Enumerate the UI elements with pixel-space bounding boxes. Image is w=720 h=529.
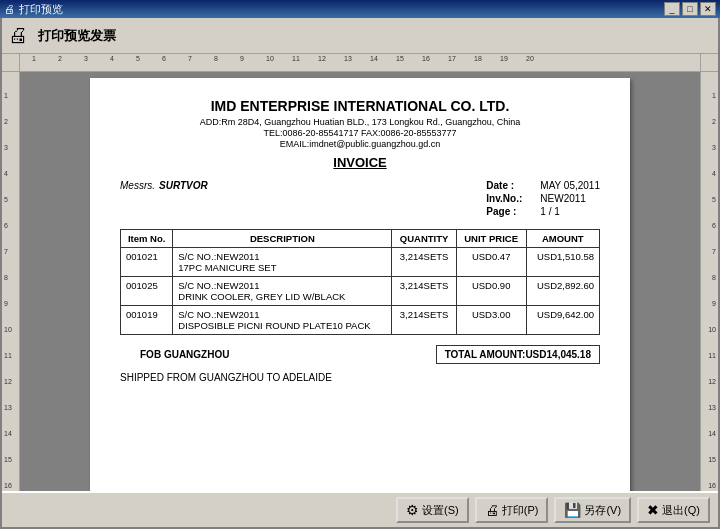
- ruler-mark: 20: [526, 55, 534, 62]
- ruler-tick: 4: [712, 170, 716, 177]
- ruler-tick: 4: [4, 170, 8, 177]
- 打印p-button[interactable]: 🖨打印(P): [475, 497, 549, 523]
- title-bar-text: 打印预览: [19, 2, 63, 17]
- col-desc: DESCRIPTION: [173, 230, 392, 248]
- ruler-mark: 9: [240, 55, 244, 62]
- content-area: 12345678910111213141516 IMD ENTERPRISE I…: [2, 72, 718, 491]
- ruler-mark: 6: [162, 55, 166, 62]
- title-bar: 🖨 打印预览 _ □ ✕: [0, 0, 720, 18]
- ruler-tick: 5: [4, 196, 8, 203]
- printer-icon: 🖨: [8, 24, 28, 47]
- ruler-tick: 7: [712, 248, 716, 255]
- inv-row: Inv.No.: NEW2011: [486, 193, 600, 204]
- ruler-mark: 13: [344, 55, 352, 62]
- col-amount: AMOUNT: [526, 230, 599, 248]
- cell-unit: USD0.47: [456, 248, 526, 277]
- company-address3: EMAIL:imdnet@public.guangzhou.gd.cn: [120, 139, 600, 149]
- ruler-mark: 4: [110, 55, 114, 62]
- messrs-value: SURTVOR: [159, 180, 208, 191]
- ruler-tick: 8: [712, 274, 716, 281]
- btn-icon: 🖨: [485, 502, 499, 518]
- title-bar-buttons: _ □ ✕: [664, 2, 716, 16]
- ruler-tick: 7: [4, 248, 8, 255]
- invoice-title: INVOICE: [120, 155, 600, 170]
- ruler-tick: 5: [712, 196, 716, 203]
- 退出q-button[interactable]: ✖退出(Q): [637, 497, 710, 523]
- ruler-tick: 16: [4, 482, 12, 489]
- ruler-tick: 8: [4, 274, 8, 281]
- page-row: Page : 1 / 1: [486, 206, 600, 217]
- date-value: MAY 05,2011: [540, 180, 600, 191]
- ruler-tick: 14: [4, 430, 12, 437]
- btn-label: 退出(Q): [662, 503, 700, 518]
- fob-label: FOB GUANGZHOU: [140, 349, 229, 360]
- company-address1: ADD:Rm 28D4, Guangzhou Huatian BLD., 173…: [120, 117, 600, 127]
- ruler-mark: 19: [500, 55, 508, 62]
- ruler-tick: 1: [712, 92, 716, 99]
- btn-icon: ✖: [647, 502, 659, 518]
- cell-item: 001025: [121, 277, 173, 306]
- left-ruler: 12345678910111213141516: [2, 72, 20, 491]
- invoice-meta: Messrs. SURTVOR Date : MAY 05,2011 Inv.N…: [120, 180, 600, 219]
- inv-value: NEW2011: [540, 193, 586, 204]
- ruler-mark: 17: [448, 55, 456, 62]
- cell-amount: USD2,892.60: [526, 277, 599, 306]
- 另存v-button[interactable]: 💾另存(V): [554, 497, 631, 523]
- ruler-tick: 13: [4, 404, 12, 411]
- ruler-mark: 18: [474, 55, 482, 62]
- company-name: IMD ENTERPRISE INTERNATIONAL CO. LTD.: [120, 98, 600, 114]
- ruler-corner-right: [700, 54, 718, 72]
- bottom-bar: ⚙设置(S)🖨打印(P)💾另存(V)✖退出(Q): [2, 491, 718, 527]
- main-content: 1234567891011121314151617181920 12345678…: [2, 54, 718, 491]
- cell-unit: USD3.00: [456, 306, 526, 335]
- ruler-mark: 5: [136, 55, 140, 62]
- ruler-tick: 14: [708, 430, 716, 437]
- ruler-tick: 15: [708, 456, 716, 463]
- ruler-mark: 8: [214, 55, 218, 62]
- cell-desc: S/C NO.:NEW2011 DISPOSIBLE PICNI ROUND P…: [173, 306, 392, 335]
- ruler-tick: 9: [712, 300, 716, 307]
- btn-icon: ⚙: [406, 502, 419, 518]
- ruler-tick: 16: [708, 482, 716, 489]
- close-button[interactable]: ✕: [700, 2, 716, 16]
- cell-unit: USD0.90: [456, 277, 526, 306]
- fob-row: FOB GUANGZHOU TOTAL AMOUNT:USD14,045.18: [120, 345, 600, 364]
- ruler-mark: 15: [396, 55, 404, 62]
- toolbar-title: 打印预览发票: [38, 27, 116, 45]
- ruler-tick: 6: [4, 222, 8, 229]
- maximize-button[interactable]: □: [682, 2, 698, 16]
- right-ruler: 12345678910111213141516: [700, 72, 718, 491]
- ruler-mark: 7: [188, 55, 192, 62]
- date-row: Date : MAY 05,2011: [486, 180, 600, 191]
- shipped-note: SHIPPED FROM GUANGZHOU TO ADELAIDE: [120, 372, 600, 383]
- ruler-mark: 16: [422, 55, 430, 62]
- page-scroll[interactable]: IMD ENTERPRISE INTERNATIONAL CO. LTD. AD…: [20, 72, 700, 491]
- 设置s-button[interactable]: ⚙设置(S): [396, 497, 469, 523]
- col-unit: UNIT PRICE: [456, 230, 526, 248]
- ruler-tick: 12: [708, 378, 716, 385]
- table-row: 001025 S/C NO.:NEW2011 DRINK COOLER, GRE…: [121, 277, 600, 306]
- ruler-mark: 3: [84, 55, 88, 62]
- btn-label: 另存(V): [584, 503, 621, 518]
- date-label: Date :: [486, 180, 536, 191]
- top-ruler-row: 1234567891011121314151617181920: [2, 54, 718, 72]
- toolbar: 🖨 打印预览发票: [2, 18, 718, 54]
- cell-amount: USD9,642.00: [526, 306, 599, 335]
- minimize-button[interactable]: _: [664, 2, 680, 16]
- page-value: 1 / 1: [540, 206, 559, 217]
- ruler-corner: [2, 54, 20, 72]
- messrs-line: Messrs. SURTVOR: [120, 180, 208, 191]
- ruler-mark: 1: [32, 55, 36, 62]
- invoice-page: IMD ENTERPRISE INTERNATIONAL CO. LTD. AD…: [90, 78, 630, 491]
- window: 🖨 打印预览发票 1234567891011121314151617181920…: [0, 18, 720, 529]
- ruler-tick: 2: [712, 118, 716, 125]
- btn-icon: 💾: [564, 502, 581, 518]
- table-row: 001019 S/C NO.:NEW2011 DISPOSIBLE PICNI …: [121, 306, 600, 335]
- ruler-tick: 1: [4, 92, 8, 99]
- cell-qty: 3,214SETS: [392, 277, 456, 306]
- invoice-table: Item No. DESCRIPTION QUANTITY UNIT PRICE…: [120, 229, 600, 335]
- ruler-tick: 12: [4, 378, 12, 385]
- ruler-tick: 11: [4, 352, 12, 359]
- cell-item: 001021: [121, 248, 173, 277]
- ruler-tick: 3: [712, 144, 716, 151]
